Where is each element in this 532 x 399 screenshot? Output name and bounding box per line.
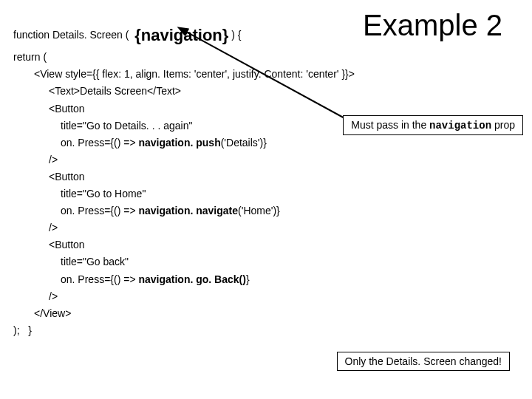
code-line: />	[13, 219, 355, 236]
code-text: ('Home')}	[238, 205, 280, 216]
slide-title: Example 2	[363, 9, 502, 42]
code-text: on. Press={() =>	[61, 205, 138, 216]
code-line: </View>	[13, 305, 355, 322]
code-line: ); }	[13, 322, 355, 339]
code-text: on. Press={() =>	[61, 273, 138, 285]
code-line: />	[13, 151, 355, 168]
code-line: on. Press={() => navigation. go. Back()}	[13, 271, 355, 288]
code-text: }	[246, 273, 250, 285]
callout-text: prop	[491, 119, 515, 131]
callout-text: Must pass in the	[351, 119, 429, 131]
callout-navigation-prop: Must pass in the navigation prop	[343, 115, 523, 135]
code-line: />	[13, 288, 355, 305]
callout-details-changed: Only the Details. Screen changed!	[337, 352, 510, 371]
code-line: <Text>Details Screen</Text>	[13, 83, 355, 100]
callout-code: navigation	[429, 120, 491, 132]
code-line: title="Go to Details. . . again"	[13, 117, 355, 134]
code-text: function Details. Screen (	[13, 29, 134, 41]
code-line: function Details. Screen ( {navigation} …	[13, 22, 355, 49]
code-line: <Button	[13, 168, 355, 185]
code-line: on. Press={() => navigation. navigate('H…	[13, 202, 355, 219]
code-line: title="Go back"	[13, 253, 355, 270]
slide: Example 2 function Details. Screen ( {na…	[0, 0, 532, 399]
code-line: return (	[13, 49, 355, 66]
code-line: on. Press={() => navigation. push('Detai…	[13, 134, 355, 151]
code-bold: navigation. push	[138, 137, 220, 149]
code-line: <Button	[13, 236, 355, 253]
code-bold: navigation. go. Back()	[138, 273, 245, 285]
code-bold: navigation. navigate	[138, 205, 238, 216]
code-line: <Button	[13, 100, 355, 117]
navigation-param: {navigation}	[134, 26, 228, 44]
code-text: ) {	[228, 29, 241, 41]
code-text: ('Details')}	[221, 137, 267, 149]
code-line: title="Go to Home"	[13, 185, 355, 202]
code-block: function Details. Screen ( {navigation} …	[13, 22, 355, 339]
code-line: <View style={{ flex: 1, align. Items: 'c…	[13, 66, 355, 83]
code-text: on. Press={() =>	[61, 137, 138, 149]
